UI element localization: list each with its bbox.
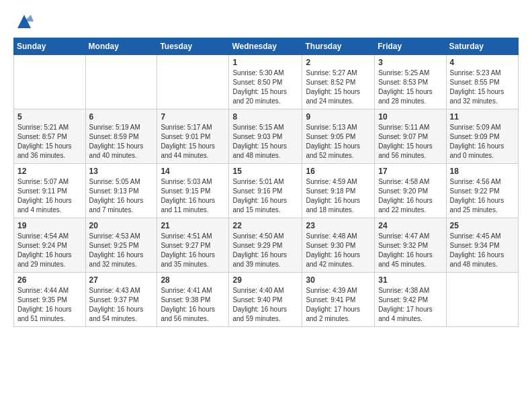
- calendar-cell: 27Sunrise: 4:43 AMSunset: 9:37 PMDayligh…: [85, 273, 157, 327]
- day-info: Sunrise: 4:53 AMSunset: 9:25 PMDaylight:…: [89, 232, 154, 269]
- calendar-cell: [85, 55, 157, 109]
- day-info: Sunrise: 5:03 AMSunset: 9:15 PMDaylight:…: [161, 177, 225, 215]
- calendar-cell: 6Sunrise: 5:19 AMSunset: 8:59 PMDaylight…: [85, 109, 157, 164]
- day-info: Sunrise: 5:09 AMSunset: 9:09 PMDaylight:…: [450, 123, 515, 161]
- day-info: Sunrise: 5:23 AMSunset: 8:55 PMDaylight:…: [450, 68, 515, 106]
- weekday-header: Monday: [85, 38, 157, 55]
- day-info: Sunrise: 5:21 AMSunset: 8:57 PMDaylight:…: [17, 123, 82, 161]
- calendar-cell: 10Sunrise: 5:11 AMSunset: 9:07 PMDayligh…: [375, 109, 446, 164]
- day-number: 13: [89, 167, 154, 176]
- weekday-header: Tuesday: [157, 38, 229, 55]
- day-info: Sunrise: 4:59 AMSunset: 9:18 PMDaylight:…: [306, 177, 371, 215]
- calendar-cell: 31Sunrise: 4:38 AMSunset: 9:42 PMDayligh…: [375, 273, 446, 327]
- calendar-cell: 26Sunrise: 4:44 AMSunset: 9:35 PMDayligh…: [14, 273, 86, 327]
- calendar-cell: 18Sunrise: 4:56 AMSunset: 9:22 PMDayligh…: [446, 164, 518, 218]
- calendar-week-row: 19Sunrise: 4:54 AMSunset: 9:24 PMDayligh…: [14, 218, 519, 273]
- day-number: 2: [306, 58, 371, 67]
- calendar-cell: 15Sunrise: 5:01 AMSunset: 9:16 PMDayligh…: [229, 164, 302, 218]
- calendar-cell: 8Sunrise: 5:15 AMSunset: 9:03 PMDaylight…: [229, 109, 302, 164]
- calendar-cell: 19Sunrise: 4:54 AMSunset: 9:24 PMDayligh…: [14, 218, 86, 273]
- calendar-cell: 21Sunrise: 4:51 AMSunset: 9:27 PMDayligh…: [157, 218, 229, 273]
- day-info: Sunrise: 4:48 AMSunset: 9:30 PMDaylight:…: [306, 232, 371, 269]
- day-number: 27: [89, 275, 154, 285]
- day-info: Sunrise: 4:41 AMSunset: 9:38 PMDaylight:…: [161, 286, 225, 324]
- day-number: 14: [161, 167, 225, 176]
- calendar-week-row: 26Sunrise: 4:44 AMSunset: 9:35 PMDayligh…: [14, 273, 519, 327]
- calendar-cell: [14, 55, 86, 109]
- calendar-cell: 2Sunrise: 5:27 AMSunset: 8:52 PMDaylight…: [302, 55, 375, 109]
- day-number: 26: [17, 275, 82, 285]
- calendar-week-row: 12Sunrise: 5:07 AMSunset: 9:11 PMDayligh…: [14, 164, 519, 218]
- day-number: 16: [306, 167, 371, 176]
- calendar-cell: 30Sunrise: 4:39 AMSunset: 9:41 PMDayligh…: [302, 273, 375, 327]
- day-info: Sunrise: 4:43 AMSunset: 9:37 PMDaylight:…: [89, 286, 154, 324]
- calendar-cell: 4Sunrise: 5:23 AMSunset: 8:55 PMDaylight…: [446, 55, 518, 109]
- day-number: 9: [306, 112, 371, 122]
- day-info: Sunrise: 5:07 AMSunset: 9:11 PMDaylight:…: [17, 177, 82, 215]
- calendar-cell: 5Sunrise: 5:21 AMSunset: 8:57 PMDaylight…: [14, 109, 86, 164]
- day-info: Sunrise: 5:19 AMSunset: 8:59 PMDaylight:…: [89, 123, 154, 161]
- day-number: 3: [378, 58, 442, 67]
- day-info: Sunrise: 5:13 AMSunset: 9:05 PMDaylight:…: [306, 123, 371, 161]
- calendar-page: SundayMondayTuesdayWednesdayThursdayFrid…: [0, 0, 532, 411]
- calendar-cell: 9Sunrise: 5:13 AMSunset: 9:05 PMDaylight…: [302, 109, 375, 164]
- calendar-cell: 7Sunrise: 5:17 AMSunset: 9:01 PMDaylight…: [157, 109, 229, 164]
- calendar-cell: 11Sunrise: 5:09 AMSunset: 9:09 PMDayligh…: [446, 109, 518, 164]
- calendar-cell: 1Sunrise: 5:30 AMSunset: 8:50 PMDaylight…: [229, 55, 302, 109]
- weekday-row: SundayMondayTuesdayWednesdayThursdayFrid…: [14, 38, 519, 55]
- logo-icon: [15, 12, 34, 31]
- day-number: 8: [232, 112, 298, 122]
- calendar-cell: 20Sunrise: 4:53 AMSunset: 9:25 PMDayligh…: [85, 218, 157, 273]
- calendar-cell: 13Sunrise: 5:05 AMSunset: 9:13 PMDayligh…: [85, 164, 157, 218]
- day-number: 4: [450, 58, 515, 67]
- calendar-cell: 17Sunrise: 4:58 AMSunset: 9:20 PMDayligh…: [375, 164, 446, 218]
- day-info: Sunrise: 5:01 AMSunset: 9:16 PMDaylight:…: [232, 177, 298, 215]
- day-info: Sunrise: 4:50 AMSunset: 9:29 PMDaylight:…: [232, 232, 298, 269]
- day-number: 25: [450, 221, 515, 230]
- calendar-cell: [157, 55, 229, 109]
- calendar-body: 1Sunrise: 5:30 AMSunset: 8:50 PMDaylight…: [14, 55, 519, 327]
- day-info: Sunrise: 4:56 AMSunset: 9:22 PMDaylight:…: [450, 177, 515, 215]
- day-info: Sunrise: 4:47 AMSunset: 9:32 PMDaylight:…: [378, 232, 442, 269]
- day-number: 24: [378, 221, 442, 230]
- calendar-week-row: 1Sunrise: 5:30 AMSunset: 8:50 PMDaylight…: [14, 55, 519, 109]
- day-number: 30: [306, 275, 371, 285]
- day-info: Sunrise: 5:27 AMSunset: 8:52 PMDaylight:…: [306, 68, 371, 106]
- day-number: 23: [306, 221, 371, 230]
- day-info: Sunrise: 4:45 AMSunset: 9:34 PMDaylight:…: [450, 232, 515, 269]
- calendar-cell: 3Sunrise: 5:25 AMSunset: 8:53 PMDaylight…: [375, 55, 446, 109]
- weekday-header: Friday: [375, 38, 446, 55]
- day-number: 7: [161, 112, 225, 122]
- day-number: 20: [89, 221, 154, 230]
- day-info: Sunrise: 5:05 AMSunset: 9:13 PMDaylight:…: [89, 177, 154, 215]
- day-info: Sunrise: 4:51 AMSunset: 9:27 PMDaylight:…: [161, 232, 225, 269]
- calendar-cell: 12Sunrise: 5:07 AMSunset: 9:11 PMDayligh…: [14, 164, 86, 218]
- weekday-header: Sunday: [14, 38, 86, 55]
- logo: [13, 12, 34, 31]
- day-number: 1: [232, 58, 298, 67]
- calendar-cell: 22Sunrise: 4:50 AMSunset: 9:29 PMDayligh…: [229, 218, 302, 273]
- day-number: 28: [161, 275, 225, 285]
- calendar-cell: 25Sunrise: 4:45 AMSunset: 9:34 PMDayligh…: [446, 218, 518, 273]
- day-info: Sunrise: 5:17 AMSunset: 9:01 PMDaylight:…: [161, 123, 225, 161]
- day-info: Sunrise: 4:38 AMSunset: 9:42 PMDaylight:…: [378, 286, 442, 324]
- day-number: 17: [378, 167, 442, 176]
- day-info: Sunrise: 4:40 AMSunset: 9:40 PMDaylight:…: [232, 286, 298, 324]
- calendar-week-row: 5Sunrise: 5:21 AMSunset: 8:57 PMDaylight…: [14, 109, 519, 164]
- day-number: 31: [378, 275, 442, 285]
- day-number: 21: [161, 221, 225, 230]
- calendar-cell: 23Sunrise: 4:48 AMSunset: 9:30 PMDayligh…: [302, 218, 375, 273]
- header: [13, 12, 519, 31]
- calendar-cell: 16Sunrise: 4:59 AMSunset: 9:18 PMDayligh…: [302, 164, 375, 218]
- day-number: 29: [232, 275, 298, 285]
- calendar-cell: 29Sunrise: 4:40 AMSunset: 9:40 PMDayligh…: [229, 273, 302, 327]
- day-info: Sunrise: 4:39 AMSunset: 9:41 PMDaylight:…: [306, 286, 371, 324]
- day-info: Sunrise: 5:11 AMSunset: 9:07 PMDaylight:…: [378, 123, 442, 161]
- day-number: 10: [378, 112, 442, 122]
- calendar-table: SundayMondayTuesdayWednesdayThursdayFrid…: [13, 38, 519, 327]
- calendar-cell: 28Sunrise: 4:41 AMSunset: 9:38 PMDayligh…: [157, 273, 229, 327]
- weekday-header: Thursday: [302, 38, 375, 55]
- day-number: 19: [17, 221, 82, 230]
- day-info: Sunrise: 4:44 AMSunset: 9:35 PMDaylight:…: [17, 286, 82, 324]
- weekday-header: Wednesday: [229, 38, 302, 55]
